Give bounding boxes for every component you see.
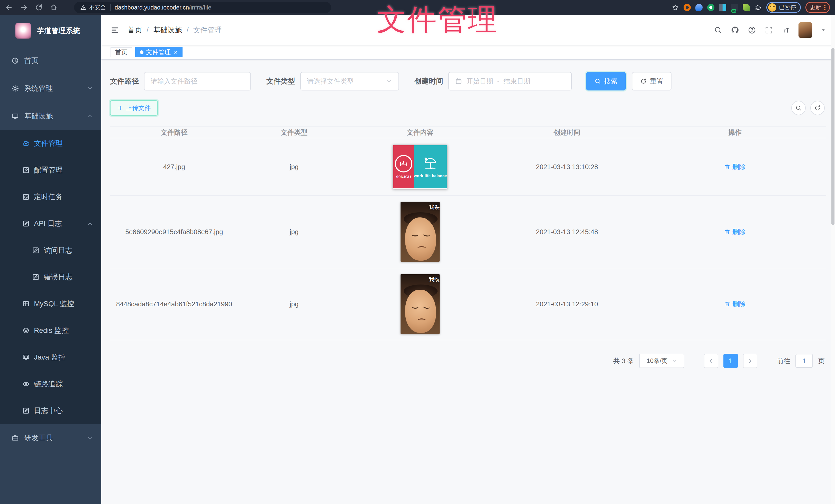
sidebar-item-dev-tools[interactable]: 研发工具 <box>0 424 101 452</box>
sidebar-item-system[interactable]: 系统管理 <box>0 75 101 102</box>
column-header: 操作 <box>644 128 826 137</box>
chevron-down-icon <box>87 85 93 91</box>
address-bar[interactable]: 不安全 dashboard.yudao.iocoder.cn/infra/fil… <box>74 2 331 13</box>
beach-umbrella-icon <box>423 156 438 171</box>
extension-icon-drop[interactable] <box>695 4 702 11</box>
toolbox-icon <box>11 434 19 442</box>
file-thumbnail-996-banner[interactable]: 996.ICU work-life balance <box>393 145 447 189</box>
file-path-inputbox <box>144 72 251 90</box>
breadcrumb-separator: / <box>146 26 148 34</box>
update-label: 更新 <box>810 4 821 11</box>
gear-icon <box>11 85 19 92</box>
screen: 不安全 dashboard.yudao.iocoder.cn/infra/fil… <box>0 0 835 504</box>
upload-button-label: 上传文件 <box>126 104 151 112</box>
sidebar-item-trace[interactable]: 链路追踪 <box>0 371 101 397</box>
extension-icon-orange[interactable] <box>684 4 691 11</box>
cell-file-type: jpg <box>238 300 350 308</box>
cell-file-type: jpg <box>238 163 350 171</box>
delete-button[interactable]: 删除 <box>724 228 746 236</box>
file-table: 文件路径 文件类型 文件内容 创建时间 操作 427.jpg jpg <box>110 126 826 340</box>
page-size-select[interactable]: 10条/页 <box>639 354 684 368</box>
page-scrollbar[interactable] <box>831 15 835 504</box>
hamburger-icon[interactable] <box>110 26 119 35</box>
sidebar-item-scheduled-jobs[interactable]: 定时任务 <box>0 184 101 210</box>
search-button[interactable]: 搜索 <box>586 72 626 90</box>
reset-button[interactable]: 重置 <box>632 72 672 90</box>
pagination: 共 3 条 10条/页 1 前往 页 <box>110 354 826 368</box>
app-logo-row[interactable]: 芋道管理系统 <box>0 15 101 47</box>
url-path[interactable]: /infra/file <box>189 4 211 11</box>
user-avatar[interactable] <box>798 22 812 38</box>
sidebar-item-api-log[interactable]: API 日志 <box>0 210 101 237</box>
browser-menu-kebab-icon[interactable] <box>824 5 826 10</box>
date-end-placeholder[interactable]: 结束日期 <box>504 77 530 86</box>
delete-button[interactable]: 删除 <box>724 300 746 309</box>
tab-file-manage[interactable]: 文件管理 <box>135 47 183 57</box>
extension-icon-green-check[interactable] <box>707 4 714 11</box>
breadcrumb-item[interactable]: 基础设施 <box>153 25 182 35</box>
extension-icon-leaf[interactable] <box>743 4 750 11</box>
search-icon[interactable] <box>714 26 722 35</box>
sidebar-item-error-log[interactable]: 错误日志 <box>0 264 101 290</box>
sidebar-item-infra[interactable]: 基础设施 <box>0 102 101 130</box>
sidebar-item-config-manage[interactable]: 配置管理 <box>0 157 101 184</box>
extensions-puzzle-icon[interactable] <box>755 4 762 11</box>
page-number-current[interactable]: 1 <box>724 354 738 368</box>
prev-page-button[interactable] <box>704 354 718 368</box>
file-thumbnail-baby-meme[interactable]: 我裂开了 <box>401 274 440 334</box>
cell-created-time: 2021-03-13 13:10:28 <box>490 163 644 171</box>
dashboard-icon <box>11 57 19 64</box>
table-row: 8448cada8c714e4ab61f521c8da21990 jpg 我裂开… <box>110 268 826 340</box>
refresh-table-button[interactable] <box>810 101 825 115</box>
toggle-search-button[interactable] <box>791 101 806 115</box>
chevron-up-icon <box>87 220 93 227</box>
goto-page-input[interactable] <box>795 354 813 368</box>
profile-avatar-emoji <box>768 3 776 12</box>
font-size-icon[interactable] <box>781 26 790 35</box>
date-start-placeholder[interactable]: 开始日期 <box>466 77 493 86</box>
security-label[interactable]: 不安全 <box>89 4 106 11</box>
sidebar-item-log-center[interactable]: 日志中心 <box>0 397 101 424</box>
github-icon[interactable] <box>731 26 739 35</box>
file-type-select[interactable]: 请选择文件类型 <box>300 72 399 90</box>
breadcrumb-item[interactable]: 首页 <box>127 25 142 35</box>
page-unit-label: 页 <box>818 356 825 365</box>
next-page-button[interactable] <box>743 354 757 368</box>
sidebar-item-mysql-monitor[interactable]: MySQL 监控 <box>0 290 101 317</box>
scrollbar-thumb[interactable] <box>831 48 834 225</box>
sidebar-item-file-manage[interactable]: 文件管理 <box>0 130 101 157</box>
bookmark-star-icon[interactable] <box>672 4 679 11</box>
search-icon <box>594 78 601 85</box>
column-header: 文件内容 <box>350 128 490 137</box>
delete-button[interactable]: 删除 <box>724 163 746 171</box>
back-icon[interactable] <box>5 4 13 11</box>
extension-icon-switch[interactable]: on <box>731 4 738 11</box>
extension-icon-grid[interactable] <box>719 4 726 11</box>
refresh-icon <box>814 105 821 111</box>
tab-close-icon[interactable] <box>173 50 178 55</box>
timer-icon <box>22 193 30 201</box>
navbar: 首页 / 基础设施 / 文件管理 <box>101 15 835 45</box>
sidebar-item-access-log[interactable]: 访问日志 <box>0 237 101 264</box>
user-caret-down-icon[interactable] <box>821 27 826 33</box>
sidebar-item-home[interactable]: 首页 <box>0 47 101 75</box>
help-icon[interactable] <box>748 26 756 35</box>
sidebar-item-redis-monitor[interactable]: Redis 监控 <box>0 317 101 344</box>
search-button-label: 搜索 <box>604 77 617 86</box>
tab-label: 首页 <box>115 48 127 56</box>
reload-icon[interactable] <box>35 4 43 11</box>
fullscreen-icon[interactable] <box>765 26 773 35</box>
date-range-picker[interactable]: 开始日期 - 结束日期 <box>448 72 572 90</box>
home-icon[interactable] <box>50 4 58 11</box>
file-thumbnail-baby-meme[interactable]: 我裂开了 <box>401 202 440 261</box>
url-host[interactable]: dashboard.yudao.iocoder.cn <box>115 4 189 11</box>
file-type-label: 文件类型 <box>266 76 295 86</box>
browser-profile-chip[interactable]: 已暂停 <box>766 2 801 13</box>
meme-caption: 我裂开了 <box>420 276 440 283</box>
forward-icon[interactable] <box>20 4 28 11</box>
chrome-update-button[interactable]: 更新 <box>806 2 830 13</box>
upload-file-button[interactable]: 上传文件 <box>110 100 158 115</box>
file-path-input[interactable] <box>151 77 244 85</box>
tab-home[interactable]: 首页 <box>110 47 132 57</box>
sidebar-item-java-monitor[interactable]: Java 监控 <box>0 344 101 371</box>
